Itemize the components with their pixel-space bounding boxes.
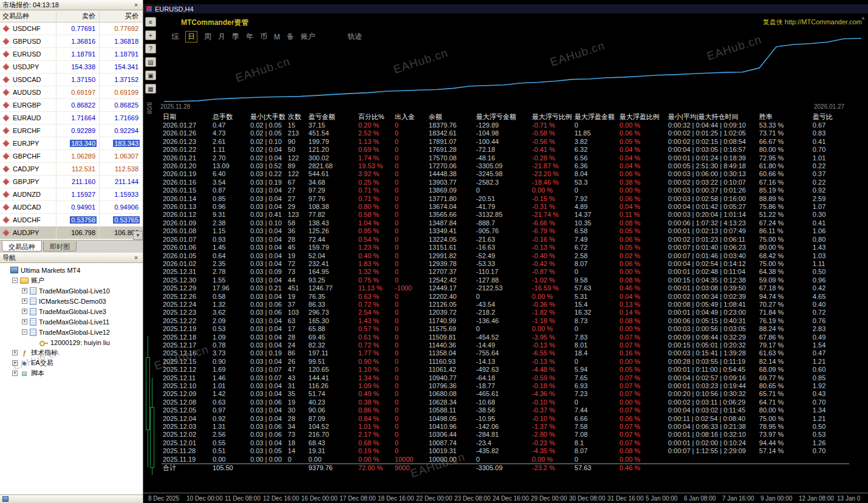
close-icon[interactable]: × [132,254,140,262]
nav-item-account-live12[interactable]: −TradeMaxGlobal-Live12 [0,327,143,337]
ea-icon: ◆ [20,360,29,367]
nav-item-account-live10[interactable]: +TradeMaxGlobal-Live10 [0,286,143,296]
stats-row: 2026.01.070.930.03 | 0.042872.440.54 %01… [162,236,849,244]
stats-cell: 0.03 | 0.04 [249,236,287,244]
chart-titlebar[interactable]: EURUSD,H4 [143,4,868,13]
scroll-down-icon[interactable]: ▼ [133,231,143,240]
plus-expander-icon[interactable]: + [12,371,18,376]
terminal-panel-edge[interactable] [0,494,143,503]
plus-expander-icon[interactable]: + [22,309,27,314]
stats-cell: 73.71 % [758,129,812,137]
market-watch-row[interactable]: AUDCAD0.949010.94906 [0,201,143,214]
nav-item-indicators[interactable]: +ƒ技术指标 [0,347,143,358]
stats-cell: 75.86 % [758,203,812,211]
stats-cell: 0:00:03 | 0:00:56 | 0:03:05 [667,325,758,333]
layers-icon[interactable]: ▤ [145,57,156,67]
market-watch-row[interactable]: EURUSD1.187911.18791 [0,48,143,61]
commander-tab-综[interactable]: 综 [171,32,179,42]
close-icon[interactable]: × [132,1,140,9]
stats-cell: -0.13 % [531,244,573,252]
nav-item-accounts[interactable]: −账户 [0,275,143,286]
menu-icon[interactable]: ≡ [145,17,156,27]
commander-tab-M[interactable]: M [274,33,280,41]
commander-tab-年[interactable]: 年 [246,32,253,42]
commander-tab-轨迹[interactable]: 轨迹 [347,32,362,42]
stats-cell: 0.03 | 0.22 [249,170,287,178]
market-watch-row[interactable]: EURJPY183.340183.343 [0,137,143,150]
templates-icon[interactable]: ▣ [145,70,156,80]
nav-item-platform[interactable]: Ultima Markets MT4 [0,265,143,275]
grid-icon[interactable]: ▦ [145,84,156,94]
market-watch-row[interactable]: EURCHF0.922890.92294 [0,125,143,137]
tab-symbols[interactable]: 交易品种 [2,241,42,252]
market-watch-row[interactable]: GBPCHF1.062891.06307 [0,150,143,163]
plus-expander-icon[interactable]: + [22,288,27,293]
chart-area[interactable]: ≡+?▤▣▦ MTCommander资管 复盘侠 http://MTComman… [143,13,868,493]
commander-tab-周[interactable]: 周 [204,32,211,42]
commander-tab-月[interactable]: 月 [218,32,225,42]
commander-tab-币[interactable]: 币 [260,32,267,42]
stats-cell: 0.03 | 0.07 [249,366,287,374]
stats-cell: 57.14 % [758,447,812,455]
stats-cell: 0.00 % [618,399,667,406]
stats-cell: 0.06 % [618,260,667,268]
market-watch-row[interactable]: EURGBP0.868220.86825 [0,99,143,112]
stats-cell: 0.03 | 0.07 [249,374,287,382]
commander-tab-季[interactable]: 季 [232,32,239,42]
stats-cell: -1000 [394,284,428,292]
stats-cell: 1.04 % [357,219,394,227]
stats-cell: 0:00:09 | 0:08:44 | 0:32:29 [667,334,758,341]
stats-cell: 76.19 % [758,317,812,325]
plus-expander-icon[interactable]: + [22,298,27,304]
stats-cell: 2025.12.04 [162,415,211,423]
stats-cell: 2026.01.06 [162,244,211,252]
stats-row: 2025.11.280.510.03 | 0.051419.310.19 %01… [162,447,849,455]
plus-expander-icon[interactable]: + [12,360,18,366]
stats-cell: 0.80 % [357,203,394,211]
stats-cell: 0.06 % [618,415,667,423]
commander-tab-备[interactable]: 备 [287,32,294,42]
stats-cell: 213 [287,129,307,137]
plus-expander-icon[interactable]: + [12,350,18,355]
time-axis-label: 5 Jan 00:00 [646,495,677,502]
column-header-bid[interactable]: 卖价 [56,12,99,21]
time-axis[interactable]: 8 Dec 202510 Dec 00:0011 Dec 08:0012 Dec… [143,493,868,503]
crosshair-icon[interactable]: + [145,30,156,40]
market-watch-row[interactable]: USDCHF0.776910.77692 [0,22,143,35]
stats-cell: 2025.12.24 [162,301,211,309]
market-watch-row[interactable]: GBPJPY211.160211.144 [0,176,143,188]
market-watch-row[interactable]: GBPUSD1.368161.36818 [0,35,143,48]
market-watch-row[interactable]: AUDUSD0.691970.69199 [0,86,143,99]
market-watch-row[interactable]: CADJPY112.531112.538 [0,163,143,176]
commander-brand-link[interactable]: 复盘侠 http://MTCommander.com [763,18,862,27]
minus-expander-icon[interactable]: − [22,329,27,335]
nav-item-account-demo03[interactable]: +ICMarketsSC-Demo03 [0,296,143,306]
commander-tab-日[interactable]: 日 [185,31,197,43]
commander-tab-账户[interactable]: 账户 [301,32,315,42]
column-header-ask[interactable]: 买价 [99,12,142,21]
stats-cell: 7.49 [573,236,618,244]
tab-tick-chart[interactable]: 即时图 [43,241,77,252]
nav-item-login[interactable]: 12000129: huiyin liu [0,337,143,347]
stats-cell: 0.71 % [357,186,394,194]
market-watch-row[interactable]: AUDCHF0.537580.53765 [0,214,143,227]
column-header-symbol[interactable]: 交易品种 [0,12,56,21]
cursor-help-icon[interactable]: ? [145,44,156,53]
market-watch-row[interactable]: USDJPY154.338154.341 [0,61,143,74]
market-watch-row[interactable]: AUDNZD1.159271.15933 [0,188,143,201]
nav-item-experts[interactable]: +◆EA交易 [0,358,143,368]
market-watch-row[interactable]: EURAUD1.716641.71669 [0,112,143,125]
stats-cell: 67.86 % [758,334,812,341]
stats-cell: 19.53 % [357,162,394,170]
stats-cell: 1.83 % [357,260,394,268]
nav-item-account-live3[interactable]: +TradeMaxGlobal-Live3 [0,306,143,317]
stats-cell: 0 [394,406,428,414]
nav-item-account-live11[interactable]: +TradeMaxGlobal-Live11 [0,317,143,327]
plus-expander-icon[interactable]: + [22,319,27,324]
nav-item-scripts[interactable]: +▤脚本 [0,368,143,378]
market-watch-row[interactable]: USDCAD1.371501.37152 [0,74,143,86]
minus-expander-icon[interactable]: − [12,278,18,283]
market-watch-row[interactable]: AUDJPY106.798106.802 [0,227,143,239]
scroll-up-icon[interactable]: ▲ [861,15,866,21]
stats-cell: 0 [394,309,428,317]
